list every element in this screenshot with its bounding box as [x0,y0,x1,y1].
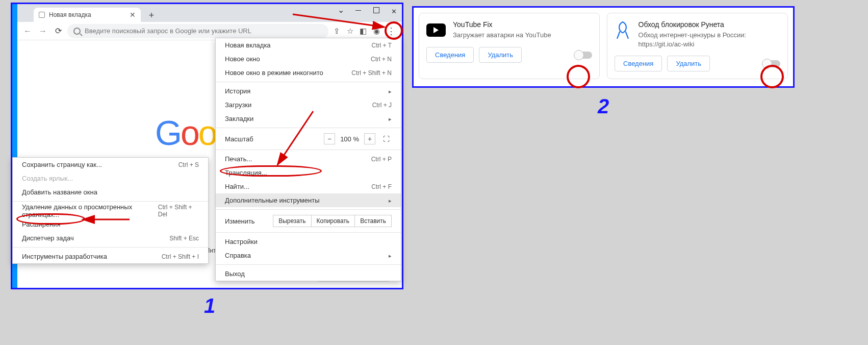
menu-incognito[interactable]: Новое окно в режиме инкогнитоCtrl + Shif… [216,66,401,80]
close-window-button[interactable] [391,7,398,14]
menu-bookmarks[interactable]: Закладки [216,112,401,126]
new-tab-button[interactable]: + [145,9,158,22]
reload-button[interactable]: ⟳ [52,26,64,36]
menu-downloads[interactable]: ЗагрузкиCtrl + J [216,98,401,112]
zoom-value: 100 % [340,135,359,143]
menu-cut[interactable]: Вырезать [273,215,311,227]
profile-icon[interactable]: ◉ [371,27,381,36]
chevron-down-icon[interactable] [338,7,344,14]
extension-title: Обход блокировок Рунета [639,20,780,29]
remove-button[interactable]: Удалить [667,56,710,71]
chrome-main-menu: Новая вкладкаCtrl + T Новое окноCtrl + N… [215,38,401,281]
back-button[interactable]: ← [21,27,34,36]
search-icon [73,28,81,35]
menu-new-tab[interactable]: Новая вкладкаCtrl + T [216,38,401,52]
annotation-number-2: 2 [598,95,609,118]
submenu-dev-tools[interactable]: Инструменты разработчикаCtrl + Shift + I [13,250,208,263]
close-tab-icon[interactable]: ✕ [130,11,136,19]
menu-settings[interactable]: Настройки [216,235,401,249]
menu-help[interactable]: Справка [216,249,401,262]
tab-title: Новая вкладка [49,11,91,18]
extension-description: Загружает аватарки на YouTube [453,31,551,40]
more-menu-button[interactable]: ⋮ [385,24,398,38]
remove-button[interactable]: Удалить [479,47,522,63]
share-icon[interactable]: ⇪ [331,27,342,36]
ribbon-icon [615,20,631,40]
menu-zoom: Масштаб − 100 % + ⛶ [216,130,401,147]
submenu-create-shortcut: Создать ярлык... [13,171,208,185]
menu-new-window[interactable]: Новое окноCtrl + N [216,52,401,66]
maximize-button[interactable] [373,7,380,14]
fullscreen-icon[interactable]: ⛶ [380,133,392,144]
menu-find[interactable]: Найти...Ctrl + F [216,180,401,193]
menu-copy[interactable]: Копировать [311,215,355,227]
bookmark-star-icon[interactable]: ☆ [345,27,355,36]
details-button[interactable]: Сведения [426,47,474,63]
more-tools-submenu: Сохранить страницу как...Ctrl + S Создат… [12,157,209,264]
zoom-in-button[interactable]: + [364,133,375,144]
menu-cast[interactable]: Трансляция... [216,166,401,180]
menu-edit-row: Изменить Вырезать Копировать Вставить [216,212,401,230]
extension-toggle[interactable] [575,52,592,59]
zoom-out-button[interactable]: − [324,133,335,144]
extension-card-bypass: Обход блокировок Рунета Обход интернет-ц… [607,13,788,79]
extension-toggle[interactable] [763,60,780,67]
youtube-icon [426,20,446,40]
sidepanel-icon[interactable]: ◧ [358,27,368,36]
submenu-name-window[interactable]: Добавить название окна [13,185,208,199]
browser-tab[interactable]: Новая вкладка ✕ [34,8,141,22]
newtab-favicon [39,12,45,18]
extension-description: Обход интернет-цензуры в России: https:/… [639,31,780,48]
menu-more-tools[interactable]: Дополнительные инструменты [216,193,401,207]
screenshot-1: Новая вкладка ✕ + ← → ⟳ Введите поисковы… [11,3,403,289]
menu-print[interactable]: Печать...Ctrl + P [216,152,401,166]
menu-history[interactable]: История [216,84,401,98]
minimize-button[interactable] [355,7,362,14]
menu-paste[interactable]: Вставить [354,215,392,227]
submenu-save-as[interactable]: Сохранить страницу как...Ctrl + S [13,158,208,171]
screenshot-2: YouTube Fix Загружает аватарки на YouTub… [412,6,795,88]
extension-title: YouTube Fix [453,20,551,29]
forward-button[interactable]: → [37,27,49,36]
extension-card-youtube-fix: YouTube Fix Загружает аватарки на YouTub… [419,13,600,79]
omnibox-placeholder: Введите поисковый запрос в Google или ук… [85,27,251,35]
details-button[interactable]: Сведения [615,56,662,71]
submenu-clear-data[interactable]: Удаление данных о просмотренных страница… [13,204,208,217]
address-bar[interactable]: Введите поисковый запрос в Google или ук… [67,24,328,38]
submenu-extensions[interactable]: Расширения [13,217,208,231]
annotation-number-1: 1 [204,294,215,317]
window-controls [338,7,398,14]
menu-exit[interactable]: Выход [216,267,401,281]
submenu-task-manager[interactable]: Диспетчер задачShift + Esc [13,231,208,245]
